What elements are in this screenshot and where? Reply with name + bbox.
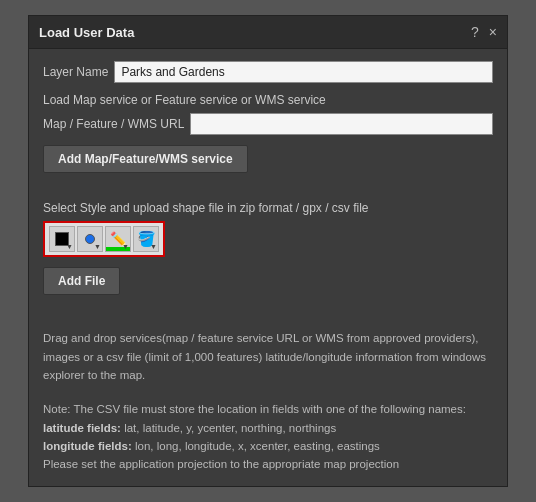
csv-note: Note: The CSV file must store the locati… xyxy=(43,400,493,474)
title-bar: Load User Data ? × xyxy=(29,16,507,49)
dialog-content: Layer Name Load Map service or Feature s… xyxy=(29,49,507,486)
dialog-title: Load User Data xyxy=(39,25,134,40)
line-style-tool[interactable]: ✏️ ▼ xyxy=(105,226,131,252)
layer-name-input[interactable] xyxy=(114,61,493,83)
map-service-label: Load Map service or Feature service or W… xyxy=(43,93,493,107)
url-row: Map / Feature / WMS URL xyxy=(43,113,493,135)
title-bar-controls: ? × xyxy=(471,24,497,40)
layer-name-row: Layer Name xyxy=(43,61,493,83)
lat-label: latitude fields: xyxy=(43,422,121,434)
style-label: Select Style and upload shape file in zi… xyxy=(43,201,493,215)
fill-dropdown-arrow: ▼ xyxy=(66,243,73,250)
point-dropdown-arrow: ▼ xyxy=(94,243,101,250)
style-toolbar: ▼ ▼ ✏️ ▼ 🪣 ▼ xyxy=(43,221,165,257)
lat-values: lat, latitude, y, ycenter, northing, nor… xyxy=(124,422,336,434)
fill-color-tool[interactable]: ▼ xyxy=(49,226,75,252)
layer-name-label: Layer Name xyxy=(43,65,108,79)
point-style-tool[interactable]: ▼ xyxy=(77,226,103,252)
load-user-data-dialog: Load User Data ? × Layer Name Load Map s… xyxy=(28,15,508,487)
lon-values: lon, long, longitude, x, xcenter, eastin… xyxy=(135,440,380,452)
help-button[interactable]: ? xyxy=(471,24,479,40)
lon-label: longitude fields: xyxy=(43,440,132,452)
paint-bucket-tool[interactable]: 🪣 ▼ xyxy=(133,226,159,252)
projection-note: Please set the application projection to… xyxy=(43,458,399,470)
add-service-button[interactable]: Add Map/Feature/WMS service xyxy=(43,145,248,173)
drag-drop-description: Drag and drop services(map / feature ser… xyxy=(43,329,493,384)
url-label: Map / Feature / WMS URL xyxy=(43,117,184,131)
line-dropdown-arrow: ▼ xyxy=(122,243,129,250)
paint-dropdown-arrow: ▼ xyxy=(150,243,157,250)
add-file-button[interactable]: Add File xyxy=(43,267,120,295)
note-intro: Note: The CSV file must store the locati… xyxy=(43,403,466,415)
url-input[interactable] xyxy=(190,113,493,135)
close-button[interactable]: × xyxy=(489,24,497,40)
